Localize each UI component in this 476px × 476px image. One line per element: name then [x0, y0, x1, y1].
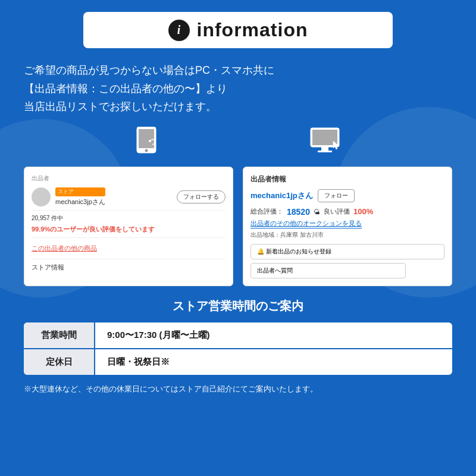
svg-rect-1: [139, 129, 154, 148]
hours-label-0: 営業時間: [24, 322, 95, 348]
right-seller-name: mechanic1jpさん: [250, 190, 313, 201]
question-button[interactable]: 出品者へ質問: [250, 263, 406, 278]
left-seller-info: ストア mechanic3jpさん: [55, 187, 105, 206]
main-text-line3: 当店出品リストでお探しいただけます。: [24, 98, 452, 116]
left-store-info[interactable]: ストア情報: [32, 263, 226, 272]
left-stats: 20,957 件中: [32, 214, 226, 223]
smartphone-icon: [134, 127, 158, 161]
left-section-label: 出品者: [32, 174, 226, 183]
svg-rect-7: [318, 151, 332, 152]
svg-point-3: [149, 140, 151, 142]
avatar-circle: [32, 187, 51, 206]
rating-label: 総合評価：: [250, 207, 283, 216]
left-other-items-link[interactable]: この出品者の他の商品: [32, 244, 97, 253]
left-seller-row: ストア mechanic3jpさん フォローする: [32, 187, 226, 206]
notify-button[interactable]: 🔔 新着出品のお知らせ登録: [250, 244, 444, 259]
sun-icon: 🌤: [314, 208, 320, 215]
screenshot-mobile: 出品者 ストア mechanic3jpさん フォローする 20,957 件中 9…: [24, 167, 233, 286]
footer-note: ※大型連休など、その他の休業日についてはストア自己紹介にてご案内いたします。: [24, 383, 452, 395]
right-seller-row: mechanic1jpさん フォロー: [250, 189, 444, 202]
hours-value-0: 9:00〜17:30 (月曜〜土曜): [95, 322, 222, 348]
svg-rect-6: [321, 147, 328, 151]
rating-good-label: 良い評価: [324, 207, 350, 216]
hours-label-1: 定休日: [24, 349, 95, 375]
rating-percent: 100%: [353, 207, 373, 216]
header-box: i information: [83, 12, 393, 48]
main-text-line1: ご希望の商品が見つからない場合はPC・スマホ共に: [24, 61, 452, 80]
right-follow-button[interactable]: フォロー: [318, 189, 355, 202]
store-hours-title: ストア営業時間のご案内: [24, 298, 452, 314]
page-title: information: [197, 19, 308, 41]
store-badge: ストア: [55, 187, 105, 196]
right-section-title: 出品者情報: [250, 174, 444, 184]
screenshots-row: 出品者 ストア mechanic3jpさん フォローする 20,957 件中 9…: [24, 167, 452, 286]
left-follow-button[interactable]: フォローする: [177, 190, 226, 203]
hours-row-1: 定休日 日曜・祝祭日※: [24, 348, 452, 375]
device-icons-row: [24, 127, 452, 161]
desktop-icon: [308, 127, 342, 161]
rating-number: 18520: [287, 207, 310, 217]
location-text: 出品地域：兵庫県 加古川市: [250, 231, 444, 239]
hours-row-0: 営業時間 9:00〜17:30 (月曜〜土曜): [24, 322, 452, 348]
main-text-line2: 【出品者情報：この出品者の他の〜】より: [24, 80, 452, 98]
auction-link[interactable]: 出品者のその他のオークションを見る: [250, 219, 362, 228]
screenshot-desktop: 出品者情報 mechanic1jpさん フォロー 総合評価： 18520 🌤 良…: [243, 167, 452, 286]
rating-row: 総合評価： 18520 🌤 良い評価 100%: [250, 207, 444, 217]
hours-table: 営業時間 9:00〜17:30 (月曜〜土曜) 定休日 日曜・祝祭日※: [24, 322, 452, 375]
hours-value-1: 日曜・祝祭日※: [95, 349, 181, 375]
left-seller-name: mechanic3jpさん: [55, 198, 105, 205]
main-description: ご希望の商品が見つからない場合はPC・スマホ共に 【出品者情報：この出品者の他の…: [24, 61, 452, 116]
svg-point-2: [145, 149, 148, 152]
left-percent: 99.9%のユーザーが良い評価をしています: [32, 225, 226, 234]
info-icon: i: [168, 20, 190, 41]
